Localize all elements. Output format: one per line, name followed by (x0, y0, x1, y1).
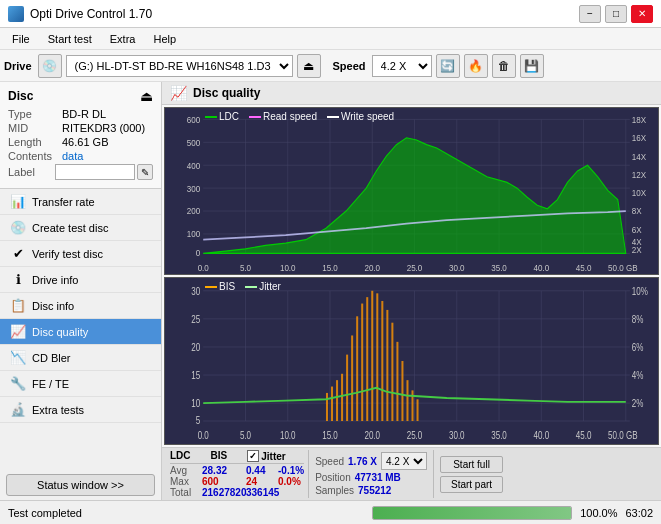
write-speed-legend-dot (327, 116, 339, 118)
svg-rect-75 (386, 310, 388, 421)
window-controls: − □ ✕ (579, 5, 653, 23)
menu-help[interactable]: Help (145, 31, 184, 47)
max-label: Max (170, 476, 198, 487)
max-jitter: 0.0% (278, 476, 301, 487)
disc-type-row: Type BD-R DL (8, 108, 153, 120)
nav-verify-test-disc[interactable]: ✔ Verify test disc (0, 241, 161, 267)
nav-create-test-disc[interactable]: 💿 Create test disc (0, 215, 161, 241)
svg-rect-71 (366, 297, 368, 421)
svg-text:300: 300 (187, 183, 201, 194)
menu-extra[interactable]: Extra (102, 31, 144, 47)
svg-text:5: 5 (196, 415, 200, 426)
ldc-legend-label: LDC (219, 111, 239, 122)
nav-drive-info[interactable]: ℹ Drive info (0, 267, 161, 293)
start-part-button[interactable]: Start part (440, 476, 503, 493)
position-value: 47731 MB (355, 472, 401, 483)
avg-jitter: -0.1% (278, 465, 304, 476)
legend-jitter: Jitter (245, 281, 281, 292)
stats-bar: LDC BIS ✓ Jitter Avg 28.32 0.44 -0.1% Ma… (162, 447, 661, 500)
speed-label: Speed (315, 456, 344, 467)
bis-legend-dot (205, 286, 217, 288)
verify-test-disc-icon: ✔ (10, 246, 26, 261)
title-bar: Opti Drive Control 1.70 − □ ✕ (0, 0, 661, 28)
maximize-button[interactable]: □ (605, 5, 627, 23)
svg-rect-78 (401, 361, 403, 421)
svg-text:18X: 18X (632, 114, 647, 125)
svg-text:0.0: 0.0 (198, 430, 209, 441)
svg-text:600: 600 (187, 114, 201, 125)
eject-btn[interactable]: ⏏ (297, 54, 321, 78)
nav-disc-quality-label: Disc quality (32, 326, 88, 338)
erase-btn[interactable]: 🗑 (492, 54, 516, 78)
read-speed-legend-label: Read speed (263, 111, 317, 122)
speed-select[interactable]: 4.2 X (372, 55, 432, 77)
start-full-button[interactable]: Start full (440, 456, 503, 473)
svg-text:8%: 8% (632, 314, 644, 325)
svg-text:30.0: 30.0 (449, 262, 465, 273)
menu-file[interactable]: File (4, 31, 38, 47)
svg-text:20.0: 20.0 (364, 262, 380, 273)
speed-label: Speed (333, 60, 366, 72)
nav-extra-tests[interactable]: 🔬 Extra tests (0, 397, 161, 423)
avg-bis: 0.44 (246, 465, 274, 476)
nav-fe-te[interactable]: 🔧 FE / TE (0, 371, 161, 397)
svg-rect-79 (406, 380, 408, 421)
svg-text:45.0: 45.0 (576, 430, 592, 441)
svg-text:200: 200 (187, 206, 201, 217)
svg-text:25.0: 25.0 (407, 430, 423, 441)
menu-bar: File Start test Extra Help (0, 28, 661, 50)
nav-disc-quality[interactable]: 📈 Disc quality (0, 319, 161, 345)
svg-text:5.0: 5.0 (240, 430, 251, 441)
svg-rect-70 (361, 304, 363, 421)
disc-label-edit-btn[interactable]: ✎ (137, 164, 153, 180)
disc-eject-icon[interactable]: ⏏ (140, 88, 153, 104)
svg-text:400: 400 (187, 160, 201, 171)
drive-label: Drive (4, 60, 32, 72)
status-text: Test completed (8, 507, 364, 519)
svg-text:2%: 2% (632, 398, 644, 409)
max-row: Max 600 24 0.0% (170, 476, 304, 487)
nav-cd-bler[interactable]: 📉 CD Bler (0, 345, 161, 371)
svg-text:4%: 4% (632, 370, 644, 381)
jitter-header: ✓ Jitter (247, 450, 285, 462)
disc-label-row: Label ✎ (8, 164, 153, 180)
nav-disc-info[interactable]: 📋 Disc info (0, 293, 161, 319)
svg-text:30.0: 30.0 (449, 430, 465, 441)
legend-ldc: LDC (205, 111, 239, 122)
chart-header: 📈 Disc quality (162, 82, 661, 105)
svg-rect-72 (371, 291, 373, 421)
svg-text:5.0: 5.0 (240, 262, 251, 273)
status-window-btn[interactable]: Status window >> (6, 474, 155, 496)
start-buttons-col: Start full Start part (434, 450, 509, 498)
close-button[interactable]: ✕ (631, 5, 653, 23)
svg-text:100: 100 (187, 229, 201, 240)
nav-create-test-disc-label: Create test disc (32, 222, 108, 234)
bis-header: BIS (211, 450, 228, 462)
read-speed-legend-dot (249, 116, 261, 118)
disc-length-label: Length (8, 136, 62, 148)
nav-transfer-rate-label: Transfer rate (32, 196, 95, 208)
save-btn[interactable]: 💾 (520, 54, 544, 78)
write-speed-legend-label: Write speed (341, 111, 394, 122)
samples-row: Samples 755212 (315, 485, 427, 496)
minimize-button[interactable]: − (579, 5, 601, 23)
nav-transfer-rate[interactable]: 📊 Transfer rate (0, 189, 161, 215)
nav-verify-test-disc-label: Verify test disc (32, 248, 103, 260)
transfer-rate-icon: 📊 (10, 194, 26, 209)
title-bar-left: Opti Drive Control 1.70 (8, 6, 152, 22)
refresh-btn[interactable]: 🔄 (436, 54, 460, 78)
speed-row: Speed 1.76 X 4.2 X (315, 452, 427, 470)
drive-icon-btn[interactable]: 💿 (38, 54, 62, 78)
total-row: Total 21627820 336145 (170, 487, 304, 498)
svg-text:30: 30 (191, 286, 200, 297)
jitter-checkbox[interactable]: ✓ (247, 450, 259, 462)
drive-select[interactable]: (G:) HL-DT-ST BD-RE WH16NS48 1.D3 (66, 55, 293, 77)
burn-btn[interactable]: 🔥 (464, 54, 488, 78)
disc-label-input[interactable] (55, 164, 135, 180)
disc-contents-value[interactable]: data (62, 150, 83, 162)
total-ldc: 21627820 (202, 487, 242, 498)
speed-dropdown[interactable]: 4.2 X (381, 452, 427, 470)
progress-container (372, 506, 572, 520)
menu-start-test[interactable]: Start test (40, 31, 100, 47)
app-icon (8, 6, 24, 22)
